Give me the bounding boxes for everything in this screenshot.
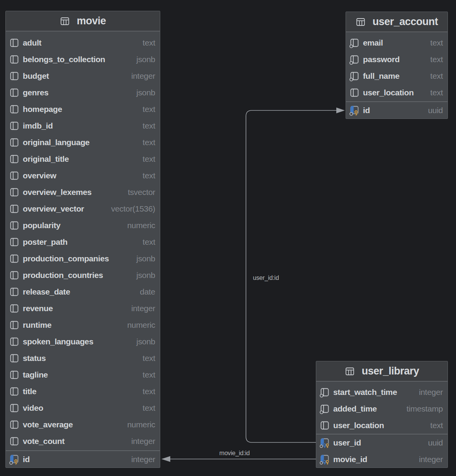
table-user_library[interactable]: user_librarystart_watch_timeintegeradded… [316, 361, 448, 468]
column-name: vote_count [23, 437, 64, 446]
column-revenue[interactable]: revenueinteger [6, 300, 160, 317]
column-name: tagline [23, 370, 48, 379]
column-type: uuid [422, 438, 443, 447]
column-release_date[interactable]: release_datedate [6, 283, 160, 300]
column-overview_vector[interactable]: overview_vectorvector(1536) [6, 200, 160, 217]
column-runtime[interactable]: runtimenumeric [6, 317, 160, 333]
table-movie[interactable]: movieadulttextbelongs_to_collectionjsonb… [5, 11, 160, 468]
column-spoken_languages[interactable]: spoken_languagesjsonb [6, 333, 160, 350]
column-type: text [137, 387, 155, 396]
table-title: user_account [373, 16, 438, 28]
table-icon [345, 366, 355, 376]
column-name: popularity [23, 221, 61, 230]
column-vote_count[interactable]: vote_countinteger [6, 433, 160, 449]
column-type: text [137, 138, 155, 147]
column-name: added_time [333, 404, 377, 413]
column-type: jsonb [131, 337, 155, 346]
column-name: title [23, 387, 36, 396]
table-user_account[interactable]: user_accountemailtextpasswordtextfull_na… [346, 12, 448, 119]
column-homepage[interactable]: homepagetext [6, 101, 160, 117]
column-name: original_language [23, 138, 90, 147]
column-overview[interactable]: overviewtext [6, 167, 160, 184]
column-icon [9, 187, 19, 198]
column-type: text [137, 403, 155, 413]
column-video[interactable]: videotext [6, 400, 160, 416]
column-movie_id[interactable]: movie_idinteger [316, 451, 448, 468]
indexed-column-icon [349, 54, 359, 65]
column-icon [9, 237, 19, 247]
column-belongs_to_collection[interactable]: belongs_to_collectionjsonb [6, 51, 160, 68]
column-user_id[interactable]: user_iduuid [316, 434, 448, 451]
table-title: user_library [362, 365, 419, 377]
erd-canvas[interactable]: user_id:id movie_id:id movieadulttextbel… [0, 0, 456, 476]
column-popularity[interactable]: popularitynumeric [6, 217, 160, 234]
column-icon [9, 87, 19, 98]
column-name: overview [23, 171, 56, 180]
column-type: text [137, 370, 155, 379]
column-type: jsonb [131, 55, 155, 64]
column-name: id [23, 455, 30, 464]
column-type: integer [126, 437, 155, 446]
column-email[interactable]: emailtext [346, 34, 448, 51]
column-adult[interactable]: adulttext [6, 34, 160, 51]
column-budget[interactable]: budgetinteger [6, 68, 160, 84]
column-icon [349, 87, 359, 98]
column-original_title[interactable]: original_titletext [6, 151, 160, 167]
column-id[interactable]: idinteger [6, 451, 160, 468]
column-added_time[interactable]: added_timetimestamp [316, 400, 448, 417]
column-type: text [425, 71, 443, 81]
column-production_companies[interactable]: production_companiesjsonb [6, 250, 160, 267]
column-name: email [363, 38, 383, 47]
column-vote_average[interactable]: vote_averagenumeric [6, 416, 160, 433]
column-type: timestamp [401, 404, 443, 413]
primary-foreign-key-icon [320, 454, 330, 465]
column-user_location[interactable]: user_locationtext [346, 84, 448, 101]
table-header[interactable]: user_account [346, 12, 448, 32]
column-type: integer [126, 455, 155, 464]
table-columns: start_watch_timeintegeradded_timetimesta… [316, 381, 448, 434]
table-icon [356, 17, 366, 27]
column-type: text [137, 171, 155, 180]
column-full_name[interactable]: full_nametext [346, 68, 448, 84]
column-icon [9, 436, 19, 447]
column-type: text [425, 421, 443, 430]
column-genres[interactable]: genresjsonb [6, 84, 160, 101]
column-type: text [137, 105, 155, 114]
column-overview_lexemes[interactable]: overview_lexemestsvector [6, 184, 160, 200]
column-id[interactable]: iduuid [346, 102, 448, 119]
column-icon [9, 170, 19, 181]
column-type: text [137, 154, 155, 164]
table-keys: user_iduuidmovie_idinteger [316, 434, 448, 468]
column-user_location[interactable]: user_locationtext [316, 417, 448, 434]
column-password[interactable]: passwordtext [346, 51, 448, 68]
column-name: user_location [333, 421, 384, 430]
column-tagline[interactable]: taglinetext [6, 366, 160, 383]
column-imdb_id[interactable]: imdb_idtext [6, 117, 160, 134]
column-type: text [425, 88, 443, 97]
column-type: text [137, 237, 155, 247]
column-start_watch_time[interactable]: start_watch_timeinteger [316, 384, 448, 400]
column-name: adult [23, 38, 41, 47]
column-icon [9, 303, 19, 314]
column-production_countries[interactable]: production_countriesjsonb [6, 267, 160, 283]
column-name: status [23, 354, 46, 363]
indexed-column-icon [349, 37, 359, 48]
column-icon [9, 71, 19, 81]
table-header[interactable]: user_library [316, 361, 448, 381]
column-type: text [137, 354, 155, 363]
column-title[interactable]: titletext [6, 383, 160, 400]
column-original_language[interactable]: original_languagetext [6, 134, 160, 151]
table-keys: iduuid [346, 102, 448, 119]
table-header[interactable]: movie [6, 11, 160, 31]
column-status[interactable]: statustext [6, 350, 160, 366]
column-name: release_date [23, 287, 70, 296]
column-name: id [363, 106, 370, 115]
column-type: jsonb [131, 271, 155, 280]
column-type: integer [414, 388, 443, 397]
column-icon [9, 54, 19, 65]
column-type: integer [126, 71, 155, 81]
column-poster_path[interactable]: poster_pathtext [6, 234, 160, 250]
column-name: budget [23, 71, 49, 81]
column-type: tsvector [122, 188, 155, 197]
column-icon [9, 336, 19, 347]
